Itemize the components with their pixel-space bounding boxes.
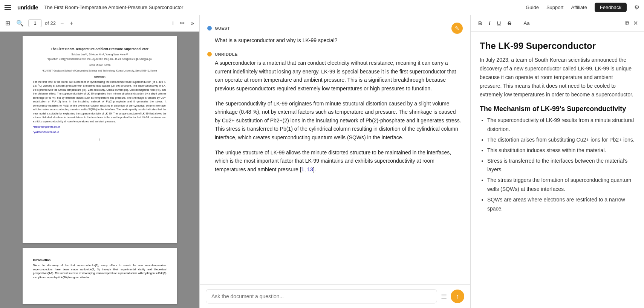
- notes-heading: The LK-99 Superconductor: [480, 41, 635, 51]
- underline-button[interactable]: U: [496, 20, 502, 27]
- zoom-in-button[interactable]: +: [68, 19, 75, 27]
- notes-intro: In July 2023, a team of South Korean sci…: [480, 56, 635, 99]
- chat-message-header-guest: GUEST ✎: [207, 23, 463, 34]
- chat-sender-guest: GUEST: [215, 26, 230, 30]
- search-button[interactable]: 🔍: [15, 19, 25, 27]
- chat-sender-ai: UNRIDDLE: [215, 52, 238, 56]
- toolbar-separator: [518, 20, 518, 27]
- page-number-display: 1: [33, 138, 167, 142]
- bold-button[interactable]: B: [477, 20, 483, 27]
- notes-panel: B I U S Aa ⧉ ✕ The LK-99 Superconductor …: [471, 15, 644, 308]
- bullet-item-6: SQWs are areas where electrons are restr…: [487, 195, 635, 213]
- paper-affil-3: ²KU-KIST Graduate School of Converging S…: [33, 69, 167, 72]
- chat-text-ai-p1: A superconductor is a material that can …: [207, 59, 463, 93]
- close-button[interactable]: ✕: [633, 20, 638, 27]
- pdf-page-1: The First Room-Temperature Ambient-Press…: [23, 36, 177, 243]
- chat-text-ai-p3: The unique structure of LK-99 allows the…: [207, 148, 463, 174]
- bullet-item-4: Stress is transferred to the interfaces …: [487, 157, 635, 175]
- intro-body: Since the discovery of the first superco…: [33, 264, 167, 279]
- ai-avatar: [207, 52, 212, 56]
- chat-text-guest: What is a superconductor and why is LK-9…: [207, 36, 463, 44]
- app-logo: unriddle: [17, 4, 38, 11]
- cursor-tool-button[interactable]: I: [171, 20, 175, 27]
- feedback-button[interactable]: Feedback: [595, 3, 627, 12]
- page-number-input[interactable]: 1: [28, 19, 42, 27]
- chat-input[interactable]: [206, 289, 437, 303]
- chat-input-area: ☰ ↑: [200, 284, 470, 308]
- pen-tool-button[interactable]: ✏: [178, 19, 186, 27]
- intro-section-title: Introduction: [33, 258, 167, 262]
- ref-1-link[interactable]: 1: [301, 166, 304, 172]
- chat-message-header-ai: UNRIDDLE: [207, 52, 463, 56]
- email-link-2[interactable]: ¹ywkwon@korea.ac.kr: [33, 130, 167, 134]
- bullet-item-1: The superconductivity of LK-99 results f…: [487, 116, 635, 134]
- chat-edit-button[interactable]: ✎: [451, 23, 463, 34]
- sidebar-toggle-button[interactable]: ⊞: [4, 19, 12, 27]
- guest-avatar: [207, 26, 212, 30]
- paper-affil-2: Seoul 05822, Korea: [33, 63, 167, 67]
- page-total: of 22: [45, 20, 56, 26]
- page-title: The First Room-Temperature Ambient-Press…: [44, 5, 520, 10]
- strikethrough-button[interactable]: S: [506, 20, 512, 27]
- zoom-out-button[interactable]: −: [59, 19, 65, 27]
- pdf-content: The First Room-Temperature Ambient-Press…: [0, 32, 199, 308]
- notes-content: The LK-99 Superconductor In July 2023, a…: [471, 32, 644, 308]
- copy-button[interactable]: ⧉: [625, 20, 629, 27]
- notes-section2-heading: The Mechanism of LK-99's Superconductivi…: [480, 105, 635, 113]
- format-icon: ☰: [441, 292, 447, 300]
- chat-message-ai: UNRIDDLE A superconductor is a material …: [207, 52, 463, 178]
- font-size-control[interactable]: Aa: [523, 20, 529, 26]
- bullet-item-2: The distortion arises from substituting …: [487, 136, 635, 145]
- bullet-item-3: This substitution induces stress within …: [487, 146, 635, 155]
- abstract-title: Abstract: [33, 75, 167, 79]
- notes-toolbar: B I U S Aa ⧉ ✕: [471, 15, 644, 32]
- email-link-1[interactable]: *stsram@qcentre.co.kr: [33, 125, 167, 129]
- nav-links: Guide Support Affiliate Feedback ⚙: [526, 3, 639, 12]
- paper-affil-1: ¹Quantum Energy Research Centre, Inc., (…: [33, 57, 167, 61]
- chat-messages: GUEST ✎ What is a superconductor and why…: [200, 15, 470, 284]
- chat-panel: GUEST ✎ What is a superconductor and why…: [200, 15, 471, 308]
- pdf-panel: ⊞ 🔍 1 of 22 − + I ✏ » The First Room-Tem…: [0, 15, 200, 308]
- abstract-body: For the first time in the world, we succ…: [33, 80, 167, 124]
- settings-icon[interactable]: ⚙: [634, 4, 639, 11]
- paper-authors: Sukbae Lee¹*, Ji-Hoon Kim¹, Young-Wan Kw…: [33, 53, 167, 56]
- bullet-item-5: The stress triggers the formation of sup…: [487, 176, 635, 194]
- nav-support[interactable]: Support: [546, 5, 564, 10]
- pdf-page-2: Introduction Since the discovery of the …: [23, 248, 177, 304]
- nav-guide[interactable]: Guide: [526, 5, 539, 10]
- italic-button[interactable]: I: [487, 20, 492, 27]
- nav-affiliate[interactable]: Affiliate: [571, 5, 587, 10]
- notes-toolbar-right: ⧉ ✕: [625, 20, 638, 27]
- top-nav: unriddle The First Room-Temperature Ambi…: [0, 0, 644, 15]
- notes-bullet-list: The superconductivity of LK-99 results f…: [480, 116, 635, 213]
- hamburger-menu[interactable]: [5, 5, 11, 10]
- main-layout: ⊞ 🔍 1 of 22 − + I ✏ » The First Room-Tem…: [0, 15, 644, 308]
- chat-send-button[interactable]: ↑: [451, 290, 464, 303]
- more-tools-button[interactable]: »: [189, 19, 196, 27]
- paper-title: The First Room-Temperature Ambient-Press…: [33, 47, 167, 51]
- pdf-toolbar: ⊞ 🔍 1 of 22 − + I ✏ »: [0, 15, 199, 32]
- chat-message-guest: GUEST ✎ What is a superconductor and why…: [207, 23, 463, 44]
- ref-13-link[interactable]: 13: [307, 166, 313, 172]
- chat-text-ai-p2: The superconductivity of LK-99 originate…: [207, 99, 463, 142]
